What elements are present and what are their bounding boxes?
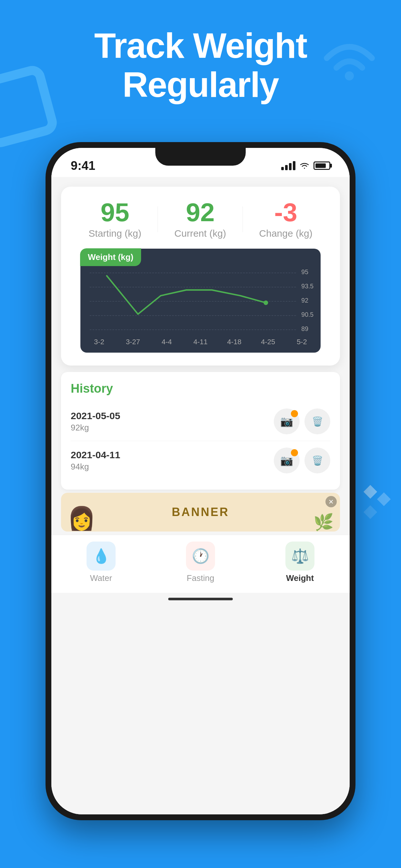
chart-x-label-5: 4-18 xyxy=(225,338,244,346)
svg-text:93.5: 93.5 xyxy=(301,283,313,290)
delete-button-1[interactable]: 🗑️ xyxy=(305,408,330,434)
history-item-info-1: 2021-05-05 92kg xyxy=(71,410,120,433)
stat-divider-2 xyxy=(243,206,243,232)
starting-value: 95 xyxy=(89,199,141,225)
trash-icon-1: 🗑️ xyxy=(312,416,323,427)
svg-text:92: 92 xyxy=(301,297,308,304)
history-item-info-2: 2021-04-11 94kg xyxy=(71,450,120,472)
wifi-icon xyxy=(299,160,310,171)
weight-nav-icon: ⚖️ xyxy=(285,541,314,570)
trash-icon-2: 🗑️ xyxy=(312,455,323,466)
chart-x-label-1: 3-2 xyxy=(89,338,109,346)
phone-screen: 9:41 xyxy=(51,148,350,814)
bg-diamonds xyxy=(363,485,391,520)
stat-divider-1 xyxy=(158,206,158,232)
chart-x-label-2: 3-27 xyxy=(123,338,143,346)
svg-point-11 xyxy=(264,301,268,305)
status-time: 9:41 xyxy=(71,159,95,173)
fasting-nav-icon: 🕐 xyxy=(186,541,215,570)
camera-button-2[interactable]: 📷 xyxy=(274,447,300,473)
svg-text:89: 89 xyxy=(301,325,308,332)
bottom-navigation: 💧 Water 🕐 Fasting ⚖️ Weight xyxy=(51,535,350,593)
weight-chart: Weight (kg) 95 93.5 xyxy=(81,249,320,352)
camera-icon-1: 📷 xyxy=(280,415,293,428)
camera-button-1[interactable]: 📷 xyxy=(274,408,300,434)
history-section: History 2021-05-05 92kg 📷 🗑️ xyxy=(61,372,340,490)
banner-close-button[interactable]: ✕ xyxy=(326,496,337,507)
battery-icon xyxy=(313,161,330,170)
history-date-2: 2021-04-11 xyxy=(71,450,120,461)
fasting-nav-label: Fasting xyxy=(187,573,214,583)
change-value: -3 xyxy=(259,199,312,225)
status-icons xyxy=(281,160,330,171)
svg-text:90.5: 90.5 xyxy=(301,311,313,318)
stats-row: 95 Starting (kg) 92 Current (kg) -3 Chan… xyxy=(81,199,320,239)
camera-icon-2: 📷 xyxy=(280,454,293,467)
history-actions-2: 📷 🗑️ xyxy=(274,447,330,473)
history-weight-2: 94kg xyxy=(71,462,120,472)
history-weight-1: 92kg xyxy=(71,423,120,433)
history-item: 2021-04-11 94kg 📷 🗑️ xyxy=(71,441,330,480)
nav-item-weight[interactable]: ⚖️ Weight xyxy=(285,541,314,583)
chart-x-label-3: 4-4 xyxy=(157,338,176,346)
chart-x-label-7: 5-2 xyxy=(292,338,312,346)
nav-item-fasting[interactable]: 🕐 Fasting xyxy=(186,541,215,583)
change-stat: -3 Change (kg) xyxy=(259,199,312,239)
delete-button-2[interactable]: 🗑️ xyxy=(305,447,330,473)
banner-girl-illustration: 👩 xyxy=(67,505,96,531)
home-indicator xyxy=(168,598,233,600)
starting-stat: 95 Starting (kg) xyxy=(89,199,141,239)
change-label: Change (kg) xyxy=(259,228,312,239)
stats-card: 95 Starting (kg) 92 Current (kg) -3 Chan… xyxy=(61,187,340,366)
header-title: Track Weight Regularly xyxy=(26,26,375,104)
current-label: Current (kg) xyxy=(174,228,226,239)
starting-label: Starting (kg) xyxy=(89,228,141,239)
water-nav-label: Water xyxy=(90,573,112,583)
banner-section: 👩 BANNER 🌿 ✕ xyxy=(61,493,340,531)
current-value: 92 xyxy=(174,199,226,225)
chart-svg-area: 95 93.5 92 90.5 89 xyxy=(87,261,314,346)
camera-badge-1 xyxy=(291,410,298,417)
phone-notch xyxy=(155,148,246,166)
banner-text: BANNER xyxy=(172,505,229,519)
nav-item-water[interactable]: 💧 Water xyxy=(87,541,116,583)
weight-nav-label: Weight xyxy=(286,573,314,583)
signal-bars-icon xyxy=(281,161,296,170)
history-item: 2021-05-05 92kg 📷 🗑️ xyxy=(71,402,330,441)
phone-mockup: 9:41 xyxy=(45,142,356,820)
current-stat: 92 Current (kg) xyxy=(174,199,226,239)
history-date-1: 2021-05-05 xyxy=(71,410,120,422)
water-nav-icon: 💧 xyxy=(87,541,116,570)
history-actions-1: 📷 🗑️ xyxy=(274,408,330,434)
chart-x-label-6: 4-25 xyxy=(258,338,278,346)
history-title: History xyxy=(71,382,330,396)
camera-badge-2 xyxy=(291,449,298,456)
svg-text:95: 95 xyxy=(301,268,308,275)
banner-leaves-illustration: 🌿 xyxy=(313,513,334,531)
header-section: Track Weight Regularly xyxy=(0,26,401,104)
chart-x-label-4: 4-11 xyxy=(191,338,210,346)
